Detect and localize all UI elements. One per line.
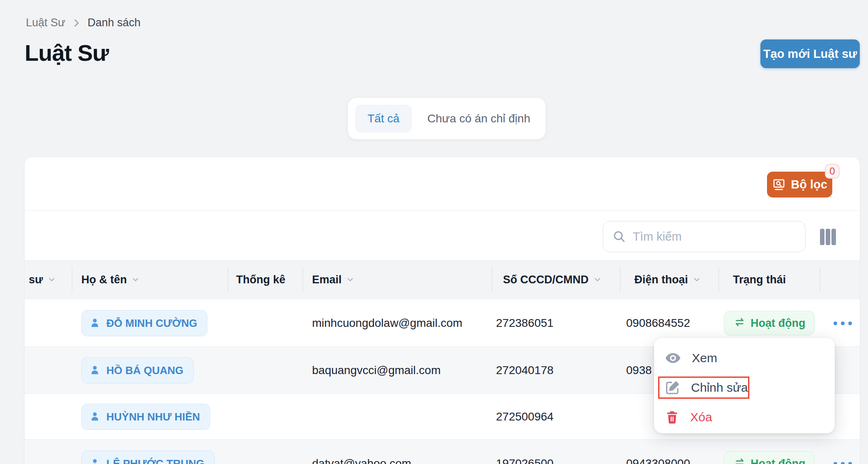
menu-item-edit[interactable]: Chỉnh sửa	[654, 377, 835, 398]
divider	[228, 267, 228, 292]
cell-phone: 0938	[626, 347, 652, 394]
tabs: Tất cả Chưa có án chỉ định	[347, 97, 546, 140]
lawyer-name-chip[interactable]: ĐỖ MINH CƯỜNG	[81, 310, 207, 336]
row-context-menu: Xem Chỉnh sửa Xóa	[654, 338, 835, 433]
status-badge[interactable]: Hoạt động	[724, 451, 815, 464]
divider	[620, 267, 620, 292]
column-header-phone[interactable]: Điện thoại	[634, 260, 701, 299]
breadcrumb-current: Danh sách	[87, 16, 140, 29]
page-title: Luật Sư	[25, 39, 109, 66]
create-lawyer-button[interactable]: Tạo mới Luật sư	[760, 39, 860, 68]
divider	[25, 210, 860, 211]
divider	[303, 267, 303, 292]
menu-item-delete[interactable]: Xóa	[654, 407, 835, 427]
lawyer-name-chip[interactable]: HUỲNH NHƯ HIỀN	[81, 404, 210, 430]
cell-email: datvat@yahoo.com	[312, 440, 411, 464]
cell-cccd: 272500964	[496, 394, 553, 440]
swap-arrows-icon	[733, 457, 746, 464]
divider	[72, 267, 72, 292]
breadcrumb: Luật Sư Danh sách	[26, 16, 140, 29]
column-header-name[interactable]: Họ & tên	[81, 260, 140, 299]
cell-cccd: 197026500	[496, 440, 553, 464]
cell-phone: 0943308000	[626, 440, 690, 464]
edit-icon	[665, 380, 680, 395]
person-icon	[88, 317, 101, 330]
row-actions-button[interactable]	[829, 317, 856, 329]
chevron-down-icon	[47, 275, 56, 284]
column-header-stats[interactable]: Thống kê	[236, 260, 285, 299]
divider	[719, 267, 719, 292]
breadcrumb-root[interactable]: Luật Sư	[26, 16, 65, 29]
status-badge[interactable]: Hoạt động	[724, 311, 815, 335]
person-icon	[88, 410, 101, 423]
chevron-down-icon	[131, 275, 140, 284]
columns-icon[interactable]	[817, 228, 838, 246]
trash-icon	[665, 410, 680, 425]
column-header-code[interactable]: sư	[29, 260, 56, 299]
cell-cccd: 272040178	[496, 347, 553, 394]
column-header-status[interactable]: Trạng thái	[733, 260, 786, 299]
divider	[492, 267, 492, 292]
table-row: LÊ PHƯỚC TRUNG datvat@yahoo.com 19702650…	[25, 440, 860, 464]
tab-all[interactable]: Tất cả	[355, 105, 412, 133]
swap-arrows-icon	[733, 317, 746, 329]
eye-icon	[665, 350, 681, 366]
search-box	[603, 221, 806, 252]
search-icon	[612, 230, 626, 243]
row-actions-button[interactable]	[829, 458, 856, 464]
menu-item-view[interactable]: Xem	[654, 348, 835, 368]
search-input[interactable]	[633, 230, 796, 243]
screen-search-icon	[772, 178, 786, 192]
column-header-cccd[interactable]: Số CCCD/CMND	[503, 260, 602, 299]
cell-cccd: 272386051	[496, 299, 553, 347]
cell-email: minhcuongdolaw@gmail.com	[312, 299, 462, 347]
filter-button-label: Bộ lọc	[791, 178, 827, 191]
filter-button[interactable]: Bộ lọc	[767, 172, 832, 198]
divider	[820, 267, 820, 292]
column-header-email[interactable]: Email	[312, 260, 355, 299]
person-icon	[88, 457, 101, 464]
table-header: sư Họ & tên Thống kê Email Số CCCD/CMND …	[25, 260, 860, 299]
person-icon	[88, 364, 101, 377]
chevron-right-icon	[71, 18, 82, 28]
filter-count-badge: 0	[825, 164, 840, 179]
tab-unassigned[interactable]: Chưa có án chỉ định	[415, 105, 543, 133]
chevron-down-icon	[346, 275, 355, 284]
lawyer-name-chip[interactable]: HỒ BÁ QUANG	[81, 357, 194, 384]
chevron-down-icon	[593, 275, 602, 284]
cell-email: baquangvcci@gmail.com	[312, 347, 441, 394]
lawyer-name-chip[interactable]: LÊ PHƯỚC TRUNG	[81, 450, 215, 464]
chevron-down-icon	[692, 275, 701, 284]
